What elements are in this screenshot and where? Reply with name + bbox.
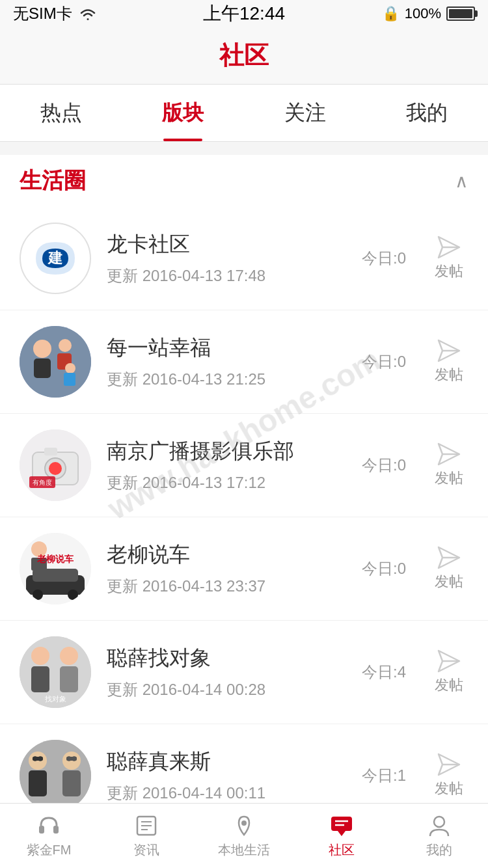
item-content: 聪薛找对象 更新 2016-04-14 00:28 <box>107 644 338 700</box>
action-label: 发帖 <box>435 779 463 798</box>
send-icon <box>437 339 461 362</box>
status-right: 🔒 100% <box>382 5 475 22</box>
item-subtitle: 更新 2016-04-13 23:37 <box>107 576 338 597</box>
item-count: 今日:0 <box>362 351 406 372</box>
page-title: 社区 <box>219 39 269 72</box>
item-meta: 今日:1 <box>351 765 416 786</box>
item-subtitle: 更新 2016-04-14 00:28 <box>107 679 338 700</box>
content-area: 生活圈 ∧ 建 龙卡社区 更新 2016-04-13 17:48 今日:0 <box>0 155 488 868</box>
svg-text:有角度: 有角度 <box>33 479 52 486</box>
item-count: 今日:4 <box>362 662 406 683</box>
item-action[interactable]: 发帖 <box>429 753 468 798</box>
svg-point-27 <box>33 590 43 600</box>
avatar <box>20 326 91 398</box>
avatar: 找对象 <box>20 636 91 708</box>
item-content: 南京广播摄影俱乐部 更新 2016-04-13 17:12 <box>107 437 338 493</box>
headphones-icon <box>36 813 62 839</box>
item-count: 今日:0 <box>362 455 406 476</box>
person-icon <box>426 813 452 839</box>
chevron-up-icon[interactable]: ∧ <box>455 170 468 192</box>
nav-item-news[interactable]: 资讯 <box>98 804 195 868</box>
item-action[interactable]: 发帖 <box>429 546 468 591</box>
action-label: 发帖 <box>435 572 463 591</box>
carrier-text: 无SIM卡 <box>13 3 72 24</box>
svg-rect-36 <box>60 666 78 692</box>
svg-point-16 <box>49 462 62 475</box>
nav-item-fm[interactable]: 紫金FM <box>0 804 98 868</box>
svg-point-64 <box>434 817 444 827</box>
nav-label-fm: 紫金FM <box>27 841 72 859</box>
item-title: 每一站幸福 <box>107 334 338 362</box>
item-content: 龙卡社区 更新 2016-04-13 17:48 <box>107 230 338 286</box>
item-action[interactable]: 发帖 <box>429 339 468 385</box>
svg-rect-26 <box>33 569 78 582</box>
title-bar: 社区 <box>0 27 488 85</box>
item-meta: 今日:4 <box>351 662 416 683</box>
send-icon <box>437 442 461 466</box>
item-title: 龙卡社区 <box>107 230 338 259</box>
svg-text:找对象: 找对象 <box>44 695 66 703</box>
list-container: 建 龙卡社区 更新 2016-04-13 17:48 今日:0 发帖 <box>0 207 488 828</box>
tab-mine[interactable]: 我的 <box>366 85 489 141</box>
item-count: 今日:1 <box>362 765 406 786</box>
send-icon <box>437 753 461 776</box>
status-bar: 无SIM卡 上午12:44 🔒 100% <box>0 0 488 27</box>
action-label: 发帖 <box>435 365 463 385</box>
status-left: 无SIM卡 <box>13 3 97 24</box>
item-content: 老柳说车 更新 2016-04-13 23:37 <box>107 541 338 597</box>
svg-rect-50 <box>62 770 81 796</box>
svg-rect-53 <box>39 826 44 834</box>
item-content: 聪薛真来斯 更新 2016-04-14 00:11 <box>107 748 338 804</box>
svg-rect-17 <box>44 448 57 455</box>
item-title: 聪薛找对象 <box>107 644 338 673</box>
community-icon <box>329 813 355 839</box>
list-item[interactable]: 老柳说车 老柳说车 更新 2016-04-13 23:37 今日:0 发帖 <box>0 517 488 621</box>
list-item[interactable]: 每一站幸福 更新 2016-04-13 21:25 今日:0 发帖 <box>0 310 488 414</box>
nav-item-community[interactable]: 社区 <box>293 804 390 868</box>
item-meta: 今日:0 <box>351 248 416 269</box>
nav-item-mine[interactable]: 我的 <box>390 804 488 868</box>
svg-point-5 <box>33 340 51 358</box>
svg-rect-34 <box>31 666 49 692</box>
battery-text: 100% <box>405 5 441 22</box>
nav-label-local: 本地生活 <box>218 841 270 859</box>
list-item[interactable]: 找对象 聪薛找对象 更新 2016-04-14 00:28 今日:4 发帖 <box>0 621 488 724</box>
tab-follow[interactable]: 关注 <box>244 85 366 141</box>
tab-hotspot[interactable]: 热点 <box>0 85 122 141</box>
list-item[interactable]: 有角度 南京广播摄影俱乐部 更新 2016-04-13 17:12 今日:0 发… <box>0 414 488 517</box>
item-action[interactable]: 发帖 <box>429 442 468 488</box>
item-content: 每一站幸福 更新 2016-04-13 21:25 <box>107 334 338 390</box>
avatar <box>20 740 91 811</box>
svg-point-28 <box>68 590 78 600</box>
item-action[interactable]: 发帖 <box>429 649 468 695</box>
svg-point-7 <box>59 339 72 352</box>
svg-rect-6 <box>34 359 51 378</box>
avatar: 老柳说车 <box>20 533 91 604</box>
send-icon <box>437 236 461 259</box>
news-icon <box>133 813 159 839</box>
action-label: 发帖 <box>435 468 463 488</box>
item-action[interactable]: 发帖 <box>429 236 468 281</box>
svg-text:老柳说车: 老柳说车 <box>36 554 74 564</box>
item-meta: 今日:0 <box>351 351 416 372</box>
svg-rect-4 <box>20 326 91 398</box>
avatar: 建 <box>20 223 91 294</box>
send-icon <box>437 546 461 569</box>
list-item[interactable]: 建 龙卡社区 更新 2016-04-13 17:48 今日:0 发帖 <box>0 207 488 310</box>
svg-rect-60 <box>331 817 352 831</box>
send-icon <box>437 649 461 673</box>
item-subtitle: 更新 2016-04-13 21:25 <box>107 369 338 390</box>
svg-rect-54 <box>53 826 59 834</box>
status-time: 上午12:44 <box>203 1 285 26</box>
location-icon <box>231 813 257 839</box>
item-title: 老柳说车 <box>107 541 338 569</box>
svg-rect-45 <box>29 770 47 796</box>
item-subtitle: 更新 2016-04-13 17:48 <box>107 265 338 286</box>
action-label: 发帖 <box>435 675 463 695</box>
nav-label-community: 社区 <box>329 841 355 859</box>
tab-section[interactable]: 版块 <box>122 85 245 141</box>
item-count: 今日:0 <box>362 558 406 579</box>
nav-item-local[interactable]: 本地生活 <box>195 804 293 868</box>
nav-label-mine: 我的 <box>426 841 452 859</box>
wifi-icon <box>79 7 97 21</box>
